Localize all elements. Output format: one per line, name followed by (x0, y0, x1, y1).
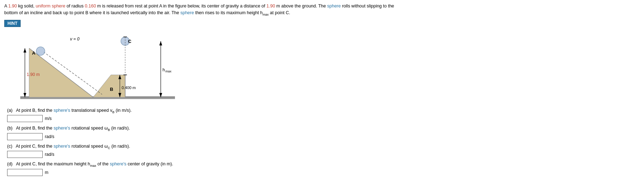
radius-value: 0.160 (85, 4, 96, 9)
part-b-input[interactable] (7, 133, 43, 140)
part-d-label: (d) At point C, find the maximum height … (7, 161, 640, 168)
part-b-sphere-ref: sphere's (54, 126, 70, 131)
height-value: 1.90 (266, 4, 275, 9)
point-a-label: A (32, 50, 36, 56)
part-c-row: rad/s (7, 151, 640, 158)
height-label: 1.90 m (27, 72, 40, 77)
part-d-sphere-ref: sphere's (110, 161, 127, 166)
part-c-label: (c) At point C, find the sphere's rotati… (7, 144, 640, 150)
part-a-row: m/s (7, 115, 640, 122)
height-b-label: 0.400 m (122, 86, 136, 90)
point-b-label: B (110, 87, 113, 92)
part-d-unit: m (45, 170, 48, 175)
part-c-sphere-ref: sphere's (54, 144, 70, 149)
point-c-label: C (128, 39, 132, 44)
hmax-label: h (163, 67, 165, 72)
svg-marker-13 (159, 41, 162, 45)
parts-section: (a) At point B, find the sphere's transl… (7, 108, 640, 176)
part-a-label: (a) At point B, find the sphere's transl… (7, 108, 640, 114)
hint-button[interactable]: HINT (4, 20, 21, 27)
mass-value: 1.90 (8, 4, 17, 9)
svg-point-7 (36, 47, 45, 55)
svg-marker-10 (23, 48, 26, 53)
sphere-ref-1: sphere (327, 4, 341, 9)
part-a-unit: m/s (45, 116, 52, 121)
sphere-type: uniform sphere (36, 4, 65, 9)
part-a-block: (a) At point B, find the sphere's transl… (7, 108, 640, 122)
figure: A v = 0 B C 1.90 m h max 0.400 m (15, 31, 179, 102)
part-d-row: m (7, 169, 640, 176)
hmax-sub-label: max (165, 70, 172, 73)
figure-svg: A v = 0 B C 1.90 m h max 0.400 m (15, 31, 179, 102)
part-b-block: (b) At point B, find the sphere's rotati… (7, 126, 640, 140)
part-b-row: rad/s (7, 133, 640, 140)
part-c-block: (c) At point C, find the sphere's rotati… (7, 144, 640, 158)
v0-label: v = 0 (70, 37, 80, 42)
part-b-unit: rad/s (45, 134, 54, 139)
part-a-sphere-ref: sphere's (54, 108, 70, 113)
part-d-input[interactable] (7, 169, 43, 176)
problem-statement: A 1.90 kg solid, uniform sphere of radiu… (4, 3, 395, 17)
part-c-unit: rad/s (45, 152, 54, 157)
part-d-block: (d) At point C, find the maximum height … (7, 161, 640, 176)
sphere-ref-2: sphere (180, 10, 194, 15)
part-c-input[interactable] (7, 151, 43, 158)
part-b-label: (b) At point B, find the sphere's rotati… (7, 126, 640, 132)
part-a-input[interactable] (7, 115, 43, 122)
